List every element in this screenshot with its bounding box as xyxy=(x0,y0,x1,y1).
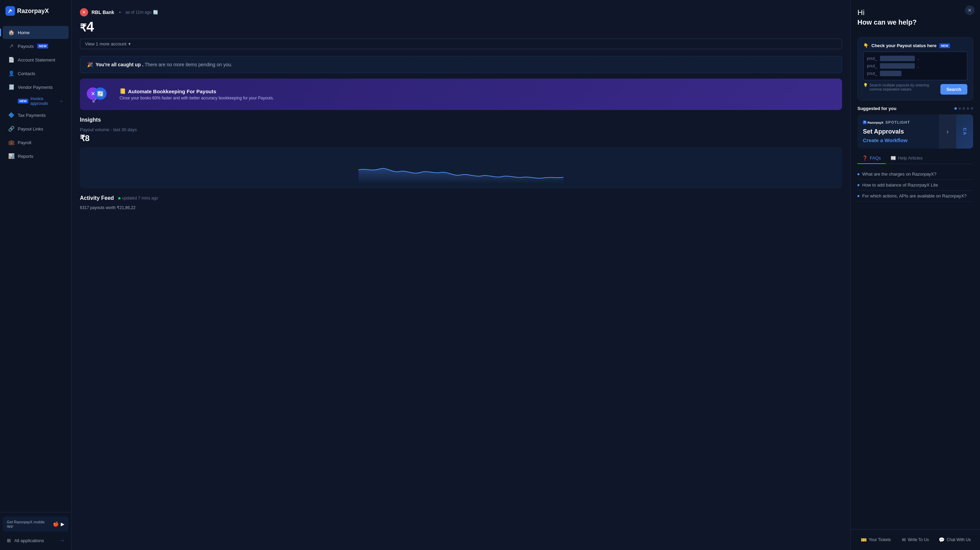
dot-3[interactable] xyxy=(963,107,965,110)
payout-status-new-badge: NEW xyxy=(939,43,950,48)
ca-preview-card[interactable]: CA xyxy=(956,115,973,148)
activity-updated-text: updated 7 mins ago xyxy=(122,196,158,201)
invoice-link-label: Invoice approvals → xyxy=(30,96,63,106)
write-icon: ✉ xyxy=(902,537,906,542)
svg-text:RazorpayX: RazorpayX xyxy=(868,121,884,124)
refresh-icon[interactable]: 🔄 xyxy=(153,10,158,15)
payout-row-3: pout_ ■■■■■■■ xyxy=(867,70,964,77)
sidebar-item-tax-payments[interactable]: 🔷 Tax Payments xyxy=(3,108,68,122)
balance-display: ₹4 xyxy=(80,19,842,35)
hint-text: Search multiple payouts by entering comm… xyxy=(869,83,938,91)
sidebar-item-payouts[interactable]: ↗ Payouts NEW xyxy=(3,40,68,53)
all-applications-button[interactable]: ⊞ All applications → xyxy=(3,535,68,546)
tab-faqs[interactable]: ❓ FAQs xyxy=(858,153,886,164)
dot-1[interactable] xyxy=(955,107,957,110)
carousel-next-button[interactable]: › xyxy=(939,115,956,148)
comma-1: , xyxy=(918,56,918,61)
faq-bullet-3 xyxy=(858,195,859,197)
sidebar-item-account-statement-label: Account Statement xyxy=(18,57,55,62)
payout-prefix-1: pout_ xyxy=(867,56,877,61)
bookkeeping-title-text: Automate Bookkeeping For Payouts xyxy=(128,88,216,94)
volume-amount: ₹8 xyxy=(80,134,842,143)
vendor-invoice-approvals[interactable]: NEW Invoice approvals → xyxy=(3,94,68,108)
your-tickets-button[interactable]: 🎫 Your Tickets xyxy=(856,534,896,546)
time-label: as of 11m ago xyxy=(126,10,152,15)
sidebar-item-reports-label: Reports xyxy=(18,154,33,159)
faq-list: What are the charges on RazorpayX? How t… xyxy=(858,169,973,202)
bank-logo-icon: R xyxy=(80,8,88,16)
sidebar-item-contacts[interactable]: 👤 Contacts xyxy=(3,67,68,80)
chevron-down-icon: ▾ xyxy=(128,41,131,46)
sidebar-item-payout-links[interactable]: 🔗 Payout Links xyxy=(3,122,68,135)
dot-4[interactable] xyxy=(967,107,969,110)
bookkeeping-banner[interactable]: ✕ 🔄 ↙ 📒 Automate Bookkeeping For Payouts… xyxy=(80,78,842,110)
dot-2[interactable] xyxy=(958,107,961,110)
payout-chart xyxy=(80,147,842,188)
spotlight-card-main: RazorpayX SPOTLIGHT Set Approvals Create… xyxy=(858,115,939,148)
chat-with-us-label: Chat With Us xyxy=(947,537,971,542)
help-tabs: ❓ FAQs 📰 Help Articles xyxy=(858,153,973,164)
faq-item-3[interactable]: For which actions, APIs are available on… xyxy=(858,191,973,202)
payout-blur-1: ■■■■■■■■■■■■■ xyxy=(880,56,915,61)
sidebar-item-payroll[interactable]: 💼 Payroll xyxy=(3,136,68,149)
account-statement-icon: 📄 xyxy=(8,57,14,63)
sidebar-item-payout-links-label: Payout Links xyxy=(18,126,43,132)
sidebar-item-account-statement[interactable]: 📄 Account Statement xyxy=(3,53,68,66)
all-apps-arrow-icon: → xyxy=(60,538,65,543)
panel-greeting: Hi xyxy=(858,8,973,17)
reports-icon: 📊 xyxy=(8,153,14,159)
sidebar-bottom: Get RazorpayX mobile app 🍎 ▶ ⊞ All appli… xyxy=(0,512,72,550)
bookkeeping-desc: Close your books 60% faster and with bet… xyxy=(119,96,274,100)
faq-item-2[interactable]: How to add balance of RazorpayX Lite xyxy=(858,180,973,191)
faqs-label: FAQs xyxy=(870,155,881,161)
payout-volume-label: Payout volume - last 30 days xyxy=(80,127,842,132)
sidebar-item-home[interactable]: 🏠 Home xyxy=(3,26,68,39)
sidebar-item-payouts-label: Payouts xyxy=(18,44,34,49)
google-play-icon[interactable]: ▶ xyxy=(61,521,65,527)
mobile-app-text: Get RazorpayX mobile app xyxy=(7,520,50,528)
payout-search-button[interactable]: Search xyxy=(940,84,967,95)
activity-header: Activity Feed updated 7 mins ago xyxy=(80,195,842,201)
home-icon: 🏠 xyxy=(8,29,14,35)
all-applications-label: All applications xyxy=(14,538,44,543)
payout-input-area[interactable]: pout_ ■■■■■■■■■■■■■ , pout_ ■■■■■■■■■■■■… xyxy=(863,52,967,80)
payout-prefix-2: pout_ xyxy=(867,64,877,69)
app-store-icons: 🍎 ▶ xyxy=(53,521,65,527)
search-hint: 💡 Search multiple payouts by entering co… xyxy=(863,83,938,91)
panel-bottom-bar: 🎫 Your Tickets ✉ Write To Us 💬 Chat With… xyxy=(851,529,980,550)
chart-svg xyxy=(85,153,837,183)
dot-5[interactable] xyxy=(971,107,973,110)
write-to-us-button[interactable]: ✉ Write To Us xyxy=(896,534,935,546)
insights-section: Insights Payout volume - last 30 days ₹8 xyxy=(80,117,842,188)
chat-with-us-button[interactable]: 💬 Chat With Us xyxy=(935,534,975,546)
sidebar-item-vendor-payments[interactable]: 🧾 Vendor Payments xyxy=(3,81,68,94)
payout-blur-2: ■■■■■■■■■■■■■ xyxy=(880,63,915,69)
caught-up-rest: There are no more items pending on you. xyxy=(145,62,232,67)
faq-item-1[interactable]: What are the charges on RazorpayX? xyxy=(858,169,973,180)
invoice-badge: NEW xyxy=(18,99,28,104)
activity-stats: 6317 payouts worth ₹21,86,22 xyxy=(80,205,842,210)
activity-title: Activity Feed xyxy=(80,195,114,201)
volume-period: - last 30 days xyxy=(111,127,137,132)
caught-up-bold: You're all caught up . xyxy=(95,62,143,67)
search-row: 💡 Search multiple payouts by entering co… xyxy=(863,83,967,95)
activity-feed-section: Activity Feed updated 7 mins ago 6317 pa… xyxy=(80,195,842,210)
panel-close-button[interactable]: ✕ xyxy=(965,5,975,15)
faqs-icon: ❓ xyxy=(862,155,868,161)
spotlight-label: SPOTLIGHT xyxy=(885,120,910,124)
spotlight-card: RazorpayX SPOTLIGHT Set Approvals Create… xyxy=(858,115,973,148)
volume-value: 8 xyxy=(85,134,89,143)
sidebar-item-reports[interactable]: 📊 Reports xyxy=(3,150,68,163)
sidebar-item-contacts-label: Contacts xyxy=(18,71,35,76)
apple-store-icon[interactable]: 🍎 xyxy=(53,521,59,527)
app-logo[interactable]: RazorpayX xyxy=(5,6,49,16)
separator: • xyxy=(119,10,121,15)
create-workflow-link[interactable]: Create a Workflow xyxy=(863,137,934,143)
svg-rect-0 xyxy=(5,6,15,16)
payouts-new-badge: NEW xyxy=(37,44,48,48)
view-more-label: View 1 more account xyxy=(85,41,126,46)
tab-help-articles[interactable]: 📰 Help Articles xyxy=(886,153,928,164)
view-more-account-button[interactable]: View 1 more account ▾ xyxy=(80,38,842,49)
suggested-section: Suggested for you RazorpayX SPOTLIGHT xyxy=(851,106,980,148)
payout-status-emoji: 👇 xyxy=(863,43,869,48)
